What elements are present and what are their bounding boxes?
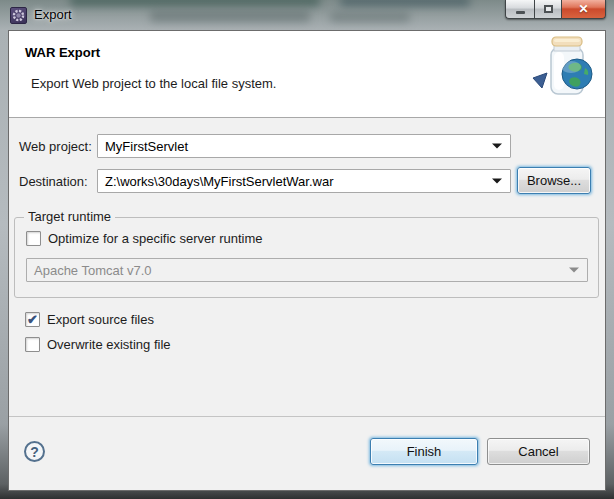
chevron-down-icon	[569, 268, 579, 273]
export-source-files-checkbox[interactable]: ✔	[25, 312, 40, 327]
close-icon: ✕	[578, 2, 588, 16]
minimize-button[interactable]	[505, 0, 534, 19]
wizard-header: WAR Export Export Web project to the loc…	[9, 31, 605, 118]
finish-button-label: Finish	[407, 444, 442, 459]
overwrite-existing-file-checkbox[interactable]	[25, 337, 40, 352]
destination-label: Destination:	[19, 174, 88, 189]
export-source-files-row[interactable]: ✔ Export source files	[25, 312, 154, 327]
web-project-label: Web project:	[19, 139, 92, 154]
browse-button[interactable]: Browse...	[517, 167, 591, 194]
export-source-files-label: Export source files	[47, 312, 154, 327]
web-project-combobox[interactable]: MyFirstServlet	[97, 134, 511, 158]
export-wizard-icon	[10, 7, 27, 24]
dialog-content: WAR Export Export Web project to the loc…	[8, 30, 606, 491]
maximize-icon	[544, 5, 553, 13]
glass-blur-decoration	[70, 0, 320, 6]
browse-button-label: Browse...	[527, 173, 581, 188]
export-dialog-window: Export ✕ WAR Export Export Web project t…	[0, 0, 614, 499]
maximize-button[interactable]	[534, 0, 561, 19]
page-title: WAR Export	[25, 45, 100, 60]
glass-blur-decoration	[330, 12, 410, 22]
button-bar: ? Finish Cancel	[9, 416, 605, 490]
chevron-down-icon	[492, 179, 502, 184]
chevron-down-icon	[492, 144, 502, 149]
runtime-combobox: Apache Tomcat v7.0	[26, 258, 588, 282]
cancel-button-label: Cancel	[518, 444, 558, 459]
close-button[interactable]: ✕	[561, 0, 606, 19]
window-title: Export	[34, 7, 72, 22]
window-controls: ✕	[505, 0, 606, 19]
cancel-button[interactable]: Cancel	[487, 438, 590, 465]
overwrite-existing-file-label: Overwrite existing file	[47, 337, 171, 352]
overwrite-existing-file-row[interactable]: Overwrite existing file	[25, 337, 171, 352]
optimize-runtime-checkbox-row[interactable]: Optimize for a specific server runtime	[26, 231, 263, 246]
destination-value: Z:\works\30days\MyFirstServletWar.war	[105, 174, 334, 189]
finish-button[interactable]: Finish	[370, 438, 478, 465]
help-icon[interactable]: ?	[24, 441, 45, 462]
minimize-icon	[516, 11, 525, 14]
glass-blur-decoration	[150, 10, 310, 22]
glass-blur-decoration	[340, 0, 470, 6]
web-project-value: MyFirstServlet	[105, 139, 188, 154]
optimize-runtime-checkbox[interactable]	[26, 231, 41, 246]
page-description: Export Web project to the local file sys…	[31, 76, 276, 91]
destination-combobox[interactable]: Z:\works\30days\MyFirstServletWar.war	[97, 169, 511, 193]
war-jar-globe-icon	[527, 34, 599, 104]
titlebar: Export ✕	[0, 0, 614, 30]
target-runtime-group: Target runtime Optimize for a specific s…	[14, 217, 599, 298]
target-runtime-group-label: Target runtime	[24, 209, 115, 224]
runtime-value: Apache Tomcat v7.0	[34, 263, 152, 278]
optimize-runtime-label: Optimize for a specific server runtime	[48, 231, 263, 246]
